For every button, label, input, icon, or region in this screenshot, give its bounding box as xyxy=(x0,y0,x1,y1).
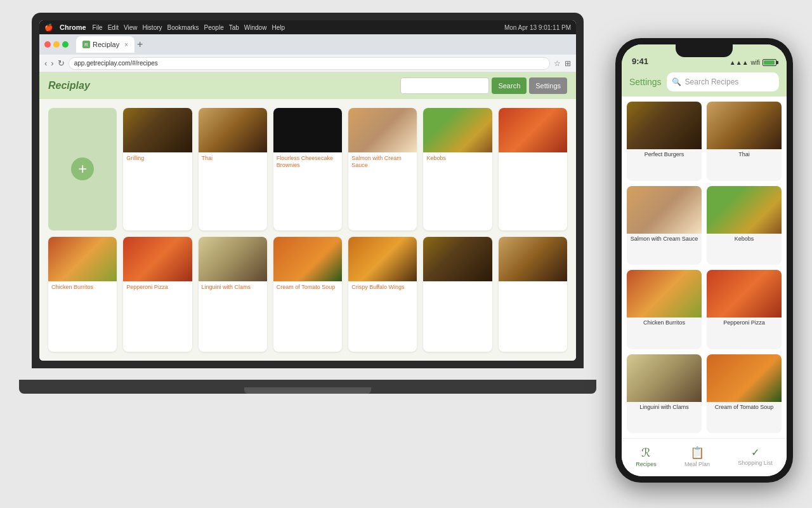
add-recipe-card[interactable]: + xyxy=(48,108,117,231)
phone-bottom-nav: ℛ Recipes 📋 Meal Plan ✓ Shopping List xyxy=(622,438,787,476)
maximize-button[interactable] xyxy=(62,41,69,48)
phone-label-salmon: Salmon with Cream Sauce xyxy=(627,234,702,244)
recipe-card-grilling[interactable]: Grilling xyxy=(123,108,192,231)
recipe-thumb-extra3 xyxy=(499,237,567,281)
recipe-label-extra3 xyxy=(499,281,567,286)
menu-view[interactable]: View xyxy=(124,24,138,31)
phone-label-kebobs: Kebobs xyxy=(707,234,782,244)
recipe-card-salmon[interactable]: Salmon with Cream Sauce xyxy=(348,108,417,231)
menu-people[interactable]: People xyxy=(204,24,224,31)
app-header: Reciplay Search Settings xyxy=(39,72,576,99)
menu-edit[interactable]: Edit xyxy=(108,24,119,31)
menu-tab[interactable]: Tab xyxy=(229,24,239,31)
menu-window[interactable]: Window xyxy=(244,24,267,31)
menu-bookmarks[interactable]: Bookmarks xyxy=(167,24,199,31)
refresh-button[interactable]: ↻ xyxy=(58,58,65,68)
clock-icon: Mon Apr 13 9:01:11 PM xyxy=(504,24,571,31)
recipe-card-cheesecake[interactable]: Flourless Cheesecake Brownies xyxy=(273,108,342,231)
tab-title: Reciplay xyxy=(93,41,119,48)
recipe-card-wings[interactable]: Crispy Buffalo Wings xyxy=(348,237,417,352)
forward-button[interactable]: › xyxy=(51,58,53,68)
battery-icon xyxy=(763,59,776,66)
recipe-label-tomato: Cream of Tomato Soup xyxy=(273,281,342,293)
traffic-lights xyxy=(44,41,69,48)
phone-body: 9:41 ▲▲▲ wifi Settings 🔍 Search Recipes xyxy=(615,38,793,483)
menu-file[interactable]: File xyxy=(93,24,103,31)
address-bar: ‹ › ↻ app.getreciplay.com/#/recipes ☆ ⊞ xyxy=(39,55,576,72)
menubar-right-icons: Mon Apr 13 9:01:11 PM xyxy=(504,24,571,31)
mac-menubar: 🍎 Chrome File Edit View History Bookmark… xyxy=(39,20,576,34)
address-right-icons: ☆ ⊞ xyxy=(554,59,571,68)
laptop-screen: 🍎 Chrome File Edit View History Bookmark… xyxy=(39,20,576,361)
recipe-thumb-clams xyxy=(199,237,267,281)
recipe-card-burritos[interactable]: Chicken Burritos xyxy=(48,237,117,352)
phone-thumb-clams xyxy=(627,354,702,402)
recipe-card-kebobs[interactable]: Kebobs xyxy=(423,108,492,231)
phone-settings-link[interactable]: Settings xyxy=(629,77,662,87)
active-tab[interactable]: R Reciplay × xyxy=(76,36,134,53)
close-button[interactable] xyxy=(44,41,51,48)
phone-label-clams: Linguini with Clams xyxy=(627,402,702,412)
phone-card-salmon[interactable]: Salmon with Cream Sauce xyxy=(627,186,702,265)
phone-recipe-grid: Perfect Burgers Thai Salmon with Cream S… xyxy=(622,97,787,438)
laptop: 🍎 Chrome File Edit View History Bookmark… xyxy=(32,13,584,394)
recipe-card-pizza[interactable]: Pepperoni Pizza xyxy=(123,237,192,352)
recipe-thumb-grilling xyxy=(123,108,192,152)
recipe-card-extra3[interactable] xyxy=(499,237,567,352)
phone-card-burgers[interactable]: Perfect Burgers xyxy=(627,102,702,181)
phone-label-pizza: Pepperoni Pizza xyxy=(707,318,782,328)
recipe-card-tomato[interactable]: Cream of Tomato Soup xyxy=(273,237,342,352)
url-input[interactable]: app.getreciplay.com/#/recipes xyxy=(69,57,550,70)
settings-button[interactable]: Settings xyxy=(529,77,567,94)
bookmark-icon[interactable]: ☆ xyxy=(554,59,561,68)
phone-card-clams[interactable]: Linguini with Clams xyxy=(627,354,702,434)
recipe-thumb-kebobs xyxy=(423,108,492,152)
phone-card-kebobs[interactable]: Kebobs xyxy=(707,186,782,265)
phone-card-burritos[interactable]: Chicken Burritos xyxy=(627,270,702,349)
wifi-icon: wifi xyxy=(751,59,760,66)
phone-card-tomato[interactable]: Cream of Tomato Soup xyxy=(707,354,782,434)
nav-recipes[interactable]: ℛ Recipes xyxy=(636,446,657,467)
signal-icon: ▲▲▲ xyxy=(730,59,749,66)
recipe-thumb-extra2 xyxy=(423,237,492,281)
minimize-button[interactable] xyxy=(53,41,60,48)
menu-help[interactable]: Help xyxy=(272,24,285,31)
phone-thumb-salmon xyxy=(627,186,702,234)
phone-label-tomato: Cream of Tomato Soup xyxy=(707,402,782,412)
active-app: Chrome xyxy=(60,23,86,31)
recipe-card-thai[interactable]: Thai xyxy=(199,108,267,231)
back-button[interactable]: ‹ xyxy=(44,58,47,68)
recipe-card-extra2[interactable] xyxy=(423,237,492,352)
laptop-base xyxy=(19,380,596,394)
phone-thumb-burritos xyxy=(627,270,702,318)
meal-plan-icon: 📋 xyxy=(690,446,704,460)
phone-thumb-tomato xyxy=(707,354,782,402)
extensions-icon[interactable]: ⊞ xyxy=(565,59,571,68)
search-input[interactable] xyxy=(400,77,489,94)
menu-history[interactable]: History xyxy=(142,24,162,31)
recipe-label-kebobs: Kebobs xyxy=(423,152,492,164)
recipe-label-salmon: Salmon with Cream Sauce xyxy=(348,152,417,171)
recipe-grid: + Grilling Thai Flourless Cheesecake Bro… xyxy=(39,99,576,361)
phone-card-thai[interactable]: Thai xyxy=(707,102,782,181)
recipe-card-extra1[interactable] xyxy=(499,108,567,231)
recipe-thumb-burritos xyxy=(48,237,117,281)
phone-card-pizza[interactable]: Pepperoni Pizza xyxy=(707,270,782,349)
recipes-nav-label: Recipes xyxy=(636,461,657,467)
phone-search-box[interactable]: 🔍 Search Recipes xyxy=(667,72,779,91)
tab-favicon: R xyxy=(82,41,90,48)
nav-shopping-list[interactable]: ✓ Shopping List xyxy=(738,446,773,466)
url-text: app.getreciplay.com/#/recipes xyxy=(74,60,158,67)
nav-meal-plan[interactable]: 📋 Meal Plan xyxy=(684,446,710,467)
chrome-toolbar: R Reciplay × + xyxy=(39,34,576,55)
phone-label-thai: Thai xyxy=(707,149,782,159)
phone-status-icons: ▲▲▲ wifi xyxy=(730,59,776,66)
recipe-label-wings: Crispy Buffalo Wings xyxy=(348,281,417,293)
phone-header: Settings 🔍 Search Recipes xyxy=(622,69,787,97)
new-tab-button[interactable]: + xyxy=(137,39,143,50)
search-button[interactable]: Search xyxy=(492,77,527,94)
tab-close-button[interactable]: × xyxy=(124,41,128,48)
recipe-card-clams[interactable]: Linguini with Clams xyxy=(199,237,267,352)
phone-screen: 9:41 ▲▲▲ wifi Settings 🔍 Search Recipes xyxy=(622,44,787,476)
laptop-body: 🍎 Chrome File Edit View History Bookmark… xyxy=(32,13,584,368)
